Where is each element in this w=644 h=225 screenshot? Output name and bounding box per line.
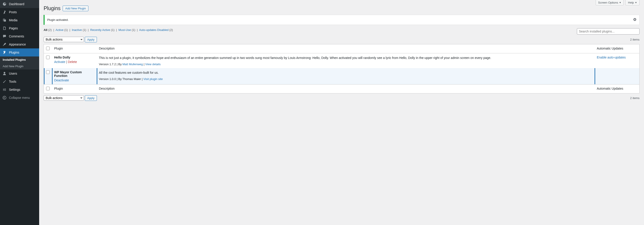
sidebar-subitem-installed-plugins[interactable]: Installed Plugins — [0, 57, 39, 63]
author-link[interactable]: Matt Mullenweg — [122, 63, 143, 66]
search-plugins-input[interactable] — [577, 28, 640, 35]
bulk-actions-select-top[interactable]: Bulk actions — [44, 37, 84, 42]
view-details-link[interactable]: View details — [145, 63, 161, 66]
notice-text: Plugin activated. — [47, 18, 68, 22]
filter-must-use[interactable]: Must-Use — [118, 28, 131, 32]
filter-auto-updates-disabled[interactable]: Auto-updates Disabled — [139, 28, 169, 32]
sidebar-label: Appearance — [9, 43, 26, 46]
sidebar-item-media[interactable]: Media — [0, 16, 39, 24]
screen-options-button[interactable]: Screen Options▼ — [596, 0, 624, 5]
sidebar-item-appearance[interactable]: Appearance — [0, 40, 39, 48]
wrench-icon — [2, 79, 7, 84]
filter-all[interactable]: All — [44, 28, 48, 32]
col-plugin: Plugin — [52, 44, 97, 53]
col-description: Description — [97, 44, 594, 53]
sidebar-label: Collapse menu — [9, 96, 30, 100]
delete-link[interactable]: Delete — [68, 60, 77, 64]
sidebar-subitem-add-new-plugin[interactable]: Add New Plugin — [0, 63, 39, 70]
sidebar-label: Dashboard — [9, 2, 24, 6]
pages-icon — [2, 26, 7, 31]
sidebar-label: Media — [9, 18, 18, 22]
sidebar-label: Pages — [9, 27, 18, 30]
plug-icon — [2, 50, 7, 55]
sidebar-item-comments[interactable]: Comments — [0, 32, 39, 40]
media-icon — [2, 18, 7, 23]
chevron-down-icon: ▼ — [635, 1, 637, 4]
select-all-top[interactable] — [46, 47, 50, 50]
sidebar-item-users[interactable]: Users — [0, 70, 39, 78]
svg-point-0 — [3, 96, 6, 99]
dashboard-icon — [2, 2, 7, 6]
collapse-icon — [2, 95, 7, 100]
sidebar-label: Comments — [9, 35, 24, 38]
plugin-description: This is not just a plugin, it symbolizes… — [99, 56, 592, 60]
col-auto-updates: Automatic Updates — [594, 84, 639, 93]
items-count-bottom: 2 items — [630, 96, 640, 100]
col-auto-updates: Automatic Updates — [594, 44, 639, 53]
plugin-filter-links: All (2) | Active (1) | Inactive (1) | Re… — [44, 28, 173, 32]
sidebar-item-collapse[interactable]: Collapse menu — [0, 94, 39, 102]
help-button[interactable]: Help▼ — [626, 0, 640, 5]
sidebar-item-settings[interactable]: Settings — [0, 86, 39, 94]
filter-recently-active[interactable]: Recently Active — [90, 28, 110, 32]
sidebar-label: Settings — [9, 88, 20, 91]
sidebar-item-pages[interactable]: Pages — [0, 24, 39, 32]
filter-active[interactable]: Active — [56, 28, 63, 32]
apply-bulk-button-top[interactable]: Apply — [85, 37, 97, 42]
notice-success: Plugin activated. — [44, 15, 640, 25]
sidebar-item-posts[interactable]: Posts — [0, 8, 39, 16]
deactivate-link[interactable]: Deactivate — [54, 78, 69, 82]
plugin-meta: Version 1.7.2 | By Matt Mullenweg | View… — [99, 63, 592, 66]
bulk-actions-select-bottom[interactable]: Bulk actions — [44, 95, 84, 101]
plugin-row-hello-dolly: Hello Dolly Activate | Delete This is no… — [44, 53, 639, 68]
row-checkbox[interactable] — [46, 56, 50, 59]
plugin-name: WP Mayor Custom Function — [54, 70, 94, 78]
plugin-meta: Version 1.0.0 | By Thomas Maier | Visit … — [99, 77, 592, 81]
sidebar-label: Posts — [9, 10, 17, 14]
sidebar-item-tools[interactable]: Tools — [0, 78, 39, 86]
pin-icon — [2, 10, 7, 14]
brush-icon — [2, 42, 7, 47]
row-checkbox[interactable] — [46, 70, 50, 74]
col-plugin: Plugin — [52, 84, 97, 93]
select-all-bottom[interactable] — [46, 87, 50, 90]
admin-sidebar: Dashboard Posts Media Pages Comments App… — [0, 0, 39, 225]
apply-bulk-button-bottom[interactable]: Apply — [85, 95, 97, 101]
sidebar-label: Plugins — [9, 51, 19, 54]
sliders-icon — [2, 87, 7, 92]
sidebar-item-plugins[interactable]: Plugins — [0, 48, 39, 57]
activate-link[interactable]: Activate — [54, 60, 65, 64]
sidebar-label: Tools — [9, 80, 16, 83]
page-title: Plugins — [44, 5, 60, 12]
add-new-plugin-button[interactable]: Add New Plugin — [63, 6, 88, 11]
dismiss-notice-button[interactable] — [633, 18, 636, 22]
sidebar-item-dashboard[interactable]: Dashboard — [0, 0, 39, 8]
filter-inactive[interactable]: Inactive — [72, 28, 82, 32]
items-count-top: 2 items — [630, 38, 640, 41]
plugin-name: Hello Dolly — [54, 56, 94, 59]
col-description: Description — [97, 84, 594, 93]
plugin-row-wp-mayor: WP Mayor Custom Function Deactivate All … — [44, 68, 639, 84]
plugins-table: Plugin Description Automatic Updates Hel… — [44, 44, 640, 93]
enable-auto-updates-link[interactable]: Enable auto-updates — [597, 56, 626, 59]
plugin-description: All the cool features we custom-built fo… — [99, 70, 592, 75]
comments-icon — [2, 34, 7, 39]
sidebar-label: Users — [9, 72, 17, 75]
chevron-down-icon: ▼ — [619, 1, 621, 4]
user-icon — [2, 71, 7, 76]
visit-site-link[interactable]: Visit plugin site — [144, 77, 163, 81]
